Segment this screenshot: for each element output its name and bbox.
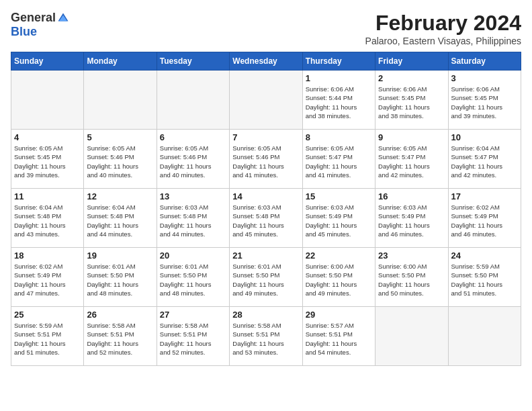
calendar-cell: 10Sunrise: 6:04 AM Sunset: 5:47 PM Dayli… xyxy=(448,130,521,189)
logo-general: General xyxy=(11,11,56,25)
day-number: 15 xyxy=(306,191,372,201)
day-number: 21 xyxy=(232,250,299,261)
calendar-cell: 19Sunrise: 6:01 AM Sunset: 5:50 PM Dayli… xyxy=(84,248,157,307)
calendar-cell: 16Sunrise: 6:03 AM Sunset: 5:49 PM Dayli… xyxy=(375,189,448,248)
day-number: 23 xyxy=(378,250,445,261)
week-row-5: 25Sunrise: 5:59 AM Sunset: 5:51 PM Dayli… xyxy=(11,307,521,366)
day-info: Sunrise: 6:03 AM Sunset: 5:49 PM Dayligh… xyxy=(378,203,445,238)
day-info: Sunrise: 6:01 AM Sunset: 5:50 PM Dayligh… xyxy=(160,262,226,298)
day-number: 20 xyxy=(160,250,226,261)
calendar-cell: 26Sunrise: 5:58 AM Sunset: 5:51 PM Dayli… xyxy=(84,307,157,366)
col-header-wednesday: Wednesday xyxy=(230,52,302,71)
day-info: Sunrise: 6:05 AM Sunset: 5:47 PM Dayligh… xyxy=(306,144,372,179)
calendar-cell: 5Sunrise: 6:05 AM Sunset: 5:46 PM Daylig… xyxy=(84,130,157,189)
calendar-cell xyxy=(230,71,302,130)
day-number: 25 xyxy=(14,310,81,320)
day-number: 26 xyxy=(87,310,153,320)
day-number: 4 xyxy=(14,132,81,142)
week-row-4: 18Sunrise: 6:02 AM Sunset: 5:49 PM Dayli… xyxy=(11,248,521,307)
calendar-cell: 13Sunrise: 6:03 AM Sunset: 5:48 PM Dayli… xyxy=(157,189,229,248)
day-info: Sunrise: 5:58 AM Sunset: 5:51 PM Dayligh… xyxy=(160,321,226,357)
calendar-cell: 8Sunrise: 6:05 AM Sunset: 5:47 PM Daylig… xyxy=(302,130,375,189)
day-number: 29 xyxy=(306,310,372,320)
day-number: 13 xyxy=(160,191,226,201)
logo-icon xyxy=(57,12,69,24)
day-number: 2 xyxy=(378,73,445,83)
day-info: Sunrise: 6:05 AM Sunset: 5:45 PM Dayligh… xyxy=(14,144,81,179)
day-number: 17 xyxy=(451,191,518,201)
day-info: Sunrise: 6:06 AM Sunset: 5:45 PM Dayligh… xyxy=(378,85,445,120)
day-number: 27 xyxy=(160,310,226,320)
calendar-cell: 12Sunrise: 6:04 AM Sunset: 5:48 PM Dayli… xyxy=(84,189,157,248)
day-info: Sunrise: 6:05 AM Sunset: 5:46 PM Dayligh… xyxy=(160,144,226,179)
day-info: Sunrise: 5:57 AM Sunset: 5:51 PM Dayligh… xyxy=(306,321,372,357)
calendar-cell xyxy=(157,71,229,130)
day-info: Sunrise: 6:00 AM Sunset: 5:50 PM Dayligh… xyxy=(378,262,445,298)
day-info: Sunrise: 6:01 AM Sunset: 5:50 PM Dayligh… xyxy=(232,262,299,298)
day-info: Sunrise: 6:06 AM Sunset: 5:44 PM Dayligh… xyxy=(306,85,372,120)
header-row: SundayMondayTuesdayWednesdayThursdayFrid… xyxy=(11,52,521,71)
calendar-cell: 11Sunrise: 6:04 AM Sunset: 5:48 PM Dayli… xyxy=(11,189,84,248)
calendar-cell: 17Sunrise: 6:02 AM Sunset: 5:49 PM Dayli… xyxy=(448,189,521,248)
day-info: Sunrise: 6:03 AM Sunset: 5:48 PM Dayligh… xyxy=(232,203,299,238)
calendar-cell: 24Sunrise: 5:59 AM Sunset: 5:50 PM Dayli… xyxy=(448,248,521,307)
calendar-cell: 4Sunrise: 6:05 AM Sunset: 5:45 PM Daylig… xyxy=(11,130,84,189)
day-info: Sunrise: 6:05 AM Sunset: 5:46 PM Dayligh… xyxy=(232,144,299,179)
calendar-cell: 29Sunrise: 5:57 AM Sunset: 5:51 PM Dayli… xyxy=(302,307,375,366)
calendar-cell: 28Sunrise: 5:58 AM Sunset: 5:51 PM Dayli… xyxy=(230,307,302,366)
day-number: 18 xyxy=(14,250,81,261)
calendar-cell: 22Sunrise: 6:00 AM Sunset: 5:50 PM Dayli… xyxy=(302,248,375,307)
title-area: February 2024 Palaroo, Eastern Visayas, … xyxy=(365,11,521,46)
day-info: Sunrise: 6:05 AM Sunset: 5:47 PM Dayligh… xyxy=(378,144,445,179)
day-number: 11 xyxy=(14,191,81,201)
calendar-cell xyxy=(11,71,84,130)
col-header-thursday: Thursday xyxy=(302,52,375,71)
month-title: February 2024 xyxy=(365,11,521,36)
calendar-cell: 25Sunrise: 5:59 AM Sunset: 5:51 PM Dayli… xyxy=(11,307,84,366)
col-header-friday: Friday xyxy=(375,52,448,71)
day-number: 22 xyxy=(306,250,372,261)
week-row-3: 11Sunrise: 6:04 AM Sunset: 5:48 PM Dayli… xyxy=(11,189,521,248)
day-number: 8 xyxy=(306,132,372,142)
calendar-cell: 9Sunrise: 6:05 AM Sunset: 5:47 PM Daylig… xyxy=(375,130,448,189)
logo-blue: Blue xyxy=(11,25,37,38)
day-number: 5 xyxy=(87,132,153,142)
day-info: Sunrise: 6:01 AM Sunset: 5:50 PM Dayligh… xyxy=(87,262,153,298)
day-number: 14 xyxy=(232,191,299,201)
day-number: 10 xyxy=(451,132,518,142)
col-header-monday: Monday xyxy=(84,52,157,71)
day-number: 16 xyxy=(378,191,445,201)
calendar-cell: 6Sunrise: 6:05 AM Sunset: 5:46 PM Daylig… xyxy=(157,130,229,189)
col-header-saturday: Saturday xyxy=(448,52,521,71)
day-number: 3 xyxy=(451,73,518,83)
day-info: Sunrise: 6:04 AM Sunset: 5:48 PM Dayligh… xyxy=(87,203,153,238)
calendar-cell: 2Sunrise: 6:06 AM Sunset: 5:45 PM Daylig… xyxy=(375,71,448,130)
calendar-cell xyxy=(375,307,448,366)
day-info: Sunrise: 6:02 AM Sunset: 5:49 PM Dayligh… xyxy=(451,203,518,238)
calendar-table: SundayMondayTuesdayWednesdayThursdayFrid… xyxy=(11,52,521,366)
calendar-cell xyxy=(448,307,521,366)
day-info: Sunrise: 5:59 AM Sunset: 5:51 PM Dayligh… xyxy=(14,321,81,357)
day-info: Sunrise: 5:59 AM Sunset: 5:50 PM Dayligh… xyxy=(451,262,518,298)
calendar-cell: 3Sunrise: 6:06 AM Sunset: 5:45 PM Daylig… xyxy=(448,71,521,130)
calendar-cell: 20Sunrise: 6:01 AM Sunset: 5:50 PM Dayli… xyxy=(157,248,229,307)
week-row-2: 4Sunrise: 6:05 AM Sunset: 5:45 PM Daylig… xyxy=(11,130,521,189)
day-info: Sunrise: 6:04 AM Sunset: 5:48 PM Dayligh… xyxy=(14,203,81,238)
day-info: Sunrise: 6:02 AM Sunset: 5:49 PM Dayligh… xyxy=(14,262,81,298)
week-row-1: 1Sunrise: 6:06 AM Sunset: 5:44 PM Daylig… xyxy=(11,71,521,130)
col-header-tuesday: Tuesday xyxy=(157,52,229,71)
day-info: Sunrise: 5:58 AM Sunset: 5:51 PM Dayligh… xyxy=(232,321,299,357)
calendar-cell: 1Sunrise: 6:06 AM Sunset: 5:44 PM Daylig… xyxy=(302,71,375,130)
day-number: 12 xyxy=(87,191,153,201)
calendar-cell: 14Sunrise: 6:03 AM Sunset: 5:48 PM Dayli… xyxy=(230,189,302,248)
day-info: Sunrise: 6:00 AM Sunset: 5:50 PM Dayligh… xyxy=(306,262,372,298)
page-header: General Blue February 2024 Palaroo, East… xyxy=(11,11,521,46)
day-info: Sunrise: 5:58 AM Sunset: 5:51 PM Dayligh… xyxy=(87,321,153,357)
day-number: 9 xyxy=(378,132,445,142)
day-number: 24 xyxy=(451,250,518,261)
location-title: Palaroo, Eastern Visayas, Philippines xyxy=(365,36,521,46)
day-info: Sunrise: 6:03 AM Sunset: 5:49 PM Dayligh… xyxy=(306,203,372,238)
calendar-cell xyxy=(84,71,157,130)
calendar-cell: 23Sunrise: 6:00 AM Sunset: 5:50 PM Dayli… xyxy=(375,248,448,307)
day-number: 1 xyxy=(306,73,372,83)
